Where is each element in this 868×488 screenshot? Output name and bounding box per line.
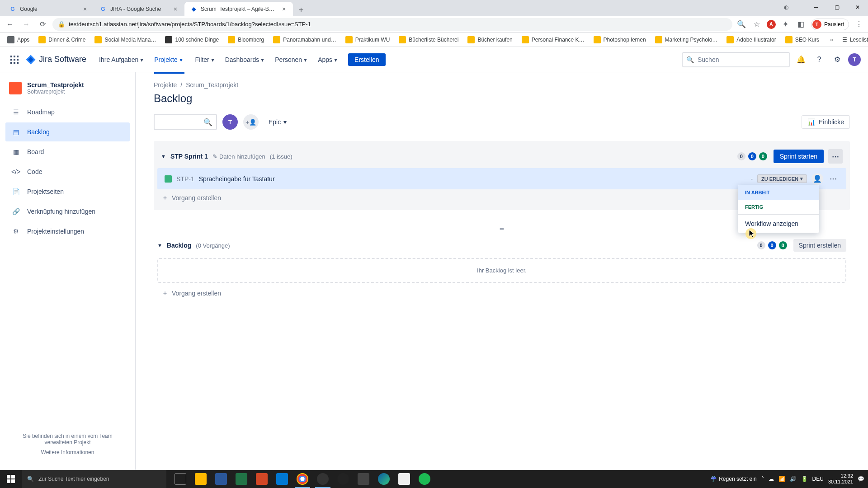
nav-apps[interactable]: Apps ▾ (314, 53, 341, 66)
bookmark-item[interactable]: Bloomberg (224, 34, 268, 45)
bookmark-item[interactable]: Panoramabahn und… (269, 34, 340, 45)
profile-chip[interactable]: T Pausiert (811, 19, 849, 30)
view-workflow-button[interactable]: Workflow anzeigen (738, 215, 819, 233)
apps-bookmark[interactable]: Apps (4, 34, 33, 45)
bookmark-item[interactable]: Photoshop lernen (590, 34, 650, 45)
explorer-icon[interactable] (191, 470, 210, 488)
breadcrumb-project[interactable]: Scrum_Testprojekt (186, 81, 238, 89)
wifi-icon[interactable]: 📶 (778, 476, 785, 482)
issue-status-dropdown[interactable]: ZU ERLEDIGEN ▾ (757, 174, 807, 183)
back-button[interactable]: ← (4, 18, 16, 31)
volume-icon[interactable]: 🔊 (790, 476, 797, 482)
chrome-icon[interactable] (293, 470, 312, 488)
bookmark-item[interactable]: SEO Kurs (782, 34, 823, 45)
task-view-icon[interactable] (171, 470, 190, 488)
issue-key[interactable]: STP-1 (176, 175, 194, 183)
outlook-icon[interactable] (273, 470, 292, 488)
bookmark-item[interactable]: Bücherliste Bücherei (395, 34, 462, 45)
edge-icon[interactable] (374, 470, 393, 488)
star-icon[interactable]: ☆ (751, 19, 762, 30)
start-sprint-button[interactable]: Sprint starten (774, 150, 824, 163)
status-option-done[interactable]: FERTIG (738, 200, 819, 214)
sidebar-item-add-link[interactable]: 🔗Verknüpfung hinzufügen (5, 202, 130, 221)
bookmark-item[interactable]: Adobe Illustrator (723, 34, 779, 45)
backlog-search-input[interactable]: 🔍 (154, 114, 217, 130)
onedrive-icon[interactable]: ☁ (769, 476, 774, 482)
app-switcher-icon[interactable] (7, 52, 22, 67)
spotify-icon[interactable] (415, 470, 434, 488)
bookmark-item[interactable]: Social Media Mana… (91, 34, 160, 45)
nav-people[interactable]: Personen ▾ (271, 53, 311, 66)
reload-button[interactable]: ⟳ (36, 18, 49, 31)
issue-more-button[interactable]: ⋯ (828, 173, 839, 185)
nav-filters[interactable]: Filter ▾ (192, 53, 218, 66)
zoom-icon[interactable]: 🔍 (736, 19, 747, 30)
reading-list-button[interactable]: ☰Leseliste (839, 35, 868, 45)
nav-your-work[interactable]: Ihre Aufgaben ▾ (95, 53, 147, 66)
extensions-icon[interactable]: ✦ (780, 19, 791, 30)
language-indicator[interactable]: DEU (812, 476, 824, 482)
bookmark-item[interactable]: 100 schöne Dinge (161, 34, 222, 45)
app-icon[interactable] (354, 470, 373, 488)
profile-avatar[interactable]: T (848, 53, 861, 66)
browser-tab[interactable]: G Google × (4, 2, 94, 16)
global-search-input[interactable]: 🔍 Suchen (682, 52, 790, 67)
bookmark-item[interactable]: Bücher kaufen (464, 34, 516, 45)
collapse-icon[interactable]: ▼ (161, 154, 166, 159)
browser-tab-active[interactable]: ◆ Scrum_Testprojekt – Agile-Board × (184, 2, 293, 16)
sidebar-item-board[interactable]: ▦Board (5, 142, 130, 161)
weather-widget[interactable]: ☔Regen setzt ein (710, 476, 756, 482)
nav-dashboards[interactable]: Dashboards ▾ (222, 53, 268, 66)
user-filter-avatar[interactable]: T (222, 114, 238, 130)
forward-button[interactable]: → (20, 18, 33, 31)
bookmark-item[interactable]: Personal Finance K… (518, 34, 588, 45)
adblock-icon[interactable]: A (767, 20, 776, 29)
insights-button[interactable]: 📊Einblicke (802, 115, 850, 129)
browser-tab[interactable]: G JIRA - Google Suche × (94, 2, 184, 16)
notepad-icon[interactable] (395, 470, 414, 488)
bookmark-item[interactable]: Marketing Psycholo… (651, 34, 722, 45)
jira-logo[interactable]: Jira Software (25, 54, 86, 65)
new-tab-button[interactable]: + (295, 4, 307, 16)
sidebar-footer-link[interactable]: Weitere Informationen (11, 449, 124, 455)
minimize-button[interactable]: ─ (806, 0, 826, 14)
breadcrumb-projects[interactable]: Projekte (154, 81, 177, 89)
help-icon[interactable]: ? (812, 52, 826, 67)
settings-icon[interactable]: ⚙ (830, 52, 844, 67)
url-input[interactable]: 🔒 testdeutsch1.atlassian.net/jira/softwa… (52, 18, 732, 31)
sprint-name[interactable]: STP Sprint 1 (170, 153, 208, 160)
sidebar-item-pages[interactable]: 📄Projektseiten (5, 182, 130, 201)
create-sprint-button[interactable]: Sprint erstellen (793, 239, 846, 252)
sprint-more-button[interactable]: ⋯ (828, 149, 843, 164)
create-button[interactable]: Erstellen (348, 53, 385, 66)
close-window-button[interactable]: ✕ (847, 0, 868, 14)
word-icon[interactable] (212, 470, 231, 488)
close-icon[interactable]: × (172, 5, 179, 13)
sidebar-item-roadmap[interactable]: ☰Roadmap (5, 103, 130, 122)
nav-projects[interactable]: Projekte ▾ (151, 53, 188, 66)
clock[interactable]: 12:32 30.11.2021 (828, 473, 853, 485)
close-icon[interactable]: × (280, 5, 288, 13)
create-issue-button[interactable]: ＋ Vorgang erstellen (154, 285, 850, 302)
app-icon[interactable] (334, 470, 353, 488)
assignee-avatar[interactable]: 👤 (811, 173, 823, 185)
status-option-in-progress[interactable]: IN ARBEIT (738, 185, 819, 200)
sidebar-item-code[interactable]: </>Code (5, 162, 130, 181)
notifications-icon[interactable]: 💬 (858, 476, 864, 482)
maximize-button[interactable]: ▢ (826, 0, 847, 14)
add-people-button[interactable]: +👤 (243, 114, 259, 130)
issue-row[interactable]: STP-1 Spracheingabe für Tastatur - ZU ER… (157, 168, 846, 189)
bookmark-item[interactable]: Dinner & Crime (35, 34, 89, 45)
obs-icon[interactable] (313, 470, 332, 488)
add-dates-button[interactable]: ✎Daten hinzufügen (212, 153, 265, 160)
menu-icon[interactable]: ⋮ (854, 19, 864, 30)
epic-filter[interactable]: Epic ▾ (264, 116, 291, 128)
bookmark-overflow[interactable]: » (826, 35, 837, 45)
collapse-icon[interactable]: ▼ (157, 243, 162, 248)
battery-icon[interactable]: 🔋 (801, 476, 808, 482)
powerpoint-icon[interactable] (252, 470, 271, 488)
project-header[interactable]: Scrum_Testprojekt Softwareprojekt (5, 81, 130, 102)
start-button[interactable] (0, 470, 22, 488)
excel-icon[interactable] (232, 470, 251, 488)
taskbar-search[interactable]: 🔍 Zur Suche Text hier eingeben (22, 470, 166, 488)
